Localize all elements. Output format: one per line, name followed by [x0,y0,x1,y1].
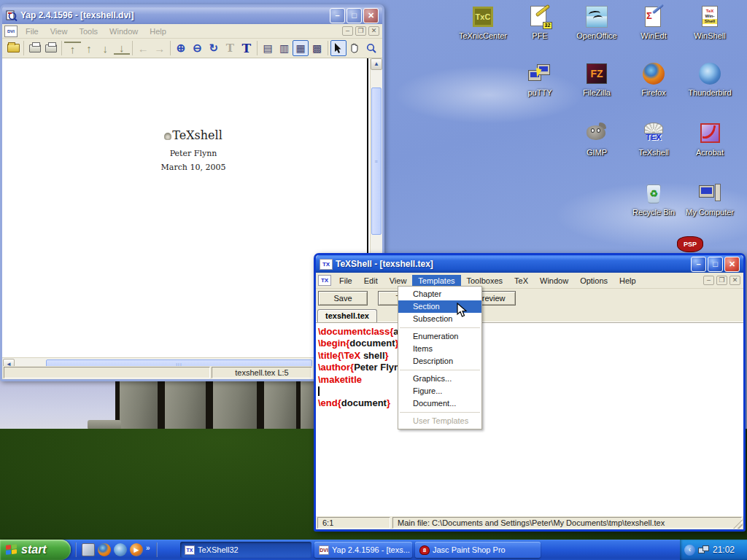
continuous-view-button[interactable]: ▦ [293,40,309,56]
print-button[interactable] [26,40,42,56]
next-page-button[interactable]: ↓ [97,40,113,56]
select-tool-button[interactable] [330,40,347,56]
menu-window[interactable]: Window [534,275,574,287]
yap-menu-help[interactable]: Help [144,26,172,37]
taskbar-button-yap[interactable]: DVI Yap 2.4.1596 - [texs... [314,542,412,558]
yap-child-close-button[interactable]: ✕ [368,26,379,36]
child-minimize-button[interactable]: – [703,276,714,285]
pfe-badge: 32 [543,22,552,29]
desktop-icon-acrobat[interactable]: Acrobat [682,122,738,157]
ruler-tool-button[interactable]: T [222,40,238,56]
zoom-out-button[interactable]: ⊖ [189,40,205,56]
menu-item-figure[interactable]: Figure... [398,385,481,397]
play-icon: ▶ [134,546,139,553]
yap-child-restore-button[interactable]: ❐ [355,26,366,36]
back-button[interactable]: ← [135,40,151,56]
mediaplayer-quicklaunch-icon[interactable]: ▶ [130,543,143,556]
menu-item-description[interactable]: Description [398,355,481,368]
desktop-icon-filezilla[interactable]: FZ FileZilla [569,63,624,97]
menu-item-section[interactable]: Section [398,300,481,313]
start-button[interactable]: start [0,540,71,560]
yap-child-minimize-button[interactable]: – [342,26,353,36]
desktop-icon-thunderbird[interactable]: Thunderbird [682,63,738,97]
menu-item-enumeration[interactable]: Enumeration [398,330,481,343]
menu-templates[interactable]: Templates [412,275,460,287]
show-desktop-quicklaunch-icon[interactable] [82,543,95,556]
yap-menu-view[interactable]: View [44,26,74,37]
child-restore-button[interactable]: ❐ [716,276,727,285]
editor-area[interactable]: \documentclass{article} \begin{document}… [316,322,743,516]
yap-close-button[interactable]: ✕ [363,8,379,23]
desktop-icon-winshell[interactable]: TeXWin-Shell WinShell [682,6,738,40]
zoom-out-icon: ⊖ [193,42,202,55]
continuous-view-icon: ▦ [295,42,305,54]
facing-pages-view-button[interactable]: ▥ [276,40,292,56]
dvi-doc-author: Peter Flynn [2,149,382,158]
scroll-up-icon: ▲ [374,61,379,67]
forward-button[interactable]: → [151,40,167,56]
refresh-button[interactable]: ↻ [206,40,222,56]
continuous-facing-view-button[interactable]: ▩ [309,40,325,56]
desktop-icon-pfe[interactable]: 32 PFE [512,6,568,40]
network-tray-icon[interactable] [698,545,710,555]
text-tool-button[interactable]: T [239,40,255,56]
menu-tex[interactable]: TeX [508,275,534,287]
menu-item-chapter[interactable]: Chapter [398,288,481,300]
menu-view[interactable]: View [384,275,413,287]
print-setup-button[interactable] [43,40,59,56]
scroll-up-button[interactable]: ▲ [371,58,382,70]
yap-titlebar[interactable]: Yap 2.4.1596 - [texshell.dvi] – □ ✕ [2,7,382,24]
desktop-icon-winedt[interactable]: Σ WinEdt [626,6,681,40]
desktop-icon-paintshoppro[interactable]: PSP [677,236,703,252]
menu-edit[interactable]: Edit [358,275,384,287]
desktop-icon-my-computer[interactable]: My Computer [682,182,738,217]
editor-line: \title{\TeX shell} [318,350,743,362]
desktop-icon-texniccenter[interactable]: TxC TeXnicCenter [455,6,511,40]
save-button[interactable]: Save [318,291,368,306]
thunderbird-quicklaunch-icon[interactable] [114,543,127,556]
menu-item-items[interactable]: Items [398,343,481,355]
yap-minimize-button[interactable]: – [330,8,345,23]
hand-tool-button[interactable] [347,40,363,56]
tab-texshell-tex[interactable]: texshell.tex [317,309,377,322]
continuous-facing-icon: ▩ [312,42,322,54]
zoom-in-button[interactable]: ⊕ [173,40,189,56]
quicklaunch-overflow-chevron[interactable]: » [146,544,150,552]
main-file-status: Main file: C:\Documents and Settings\Pet… [392,517,742,529]
vertical-scroll-thumb[interactable]: ≡ [371,88,382,235]
desktop-icon-putty[interactable]: puTTY [512,63,568,97]
desktop-icon-gimp[interactable]: GIMP [569,122,624,157]
yap-maximize-button[interactable]: □ [347,8,362,23]
magnifier-tool-button[interactable] [363,40,379,56]
yap-menu-window[interactable]: Window [104,26,144,37]
menu-help[interactable]: Help [614,275,642,287]
desktop-icon-recycle-bin[interactable]: ♻ Recycle Bin [626,182,681,217]
menu-item-subsection[interactable]: Subsection [398,313,481,325]
menu-item-document[interactable]: Document... [398,397,481,410]
gimp-icon [584,122,609,146]
texshell-maximize-button[interactable]: □ [708,257,723,272]
yap-menubar: DVI File View Tools Window Help – ❐ ✕ [2,24,382,39]
desktop-icon-openoffice[interactable]: OpenOffice [569,6,624,40]
yap-menu-file[interactable]: File [20,26,44,37]
texshell-minimize-button[interactable]: – [691,257,706,272]
tray-collapse-chevron[interactable]: ‹ [684,545,695,556]
last-page-button[interactable]: ↓ [114,42,130,55]
menu-item-graphics[interactable]: Graphics... [398,373,481,385]
open-file-button[interactable] [5,40,21,56]
menu-toolboxes[interactable]: Toolboxes [461,275,509,287]
single-page-view-button[interactable]: ▤ [260,40,276,56]
previous-page-button[interactable]: ↑ [81,40,97,56]
desktop-icon-texshell[interactable]: TEX TeXshell [626,122,681,157]
texshell-close-button[interactable]: ✕ [724,257,740,272]
yap-menu-tools[interactable]: Tools [73,26,104,37]
texshell-titlebar[interactable]: TX TeXShell - [texshell.tex] – □ ✕ [316,255,743,273]
first-page-button[interactable]: ↑ [64,42,80,55]
menu-file[interactable]: File [333,275,358,287]
taskbar-button-paintshoppro[interactable]: 8 Jasc Paint Shop Pro [415,542,541,558]
desktop-icon-firefox[interactable]: Firefox [626,63,681,97]
menu-options[interactable]: Options [574,275,614,287]
taskbar-button-texshell[interactable]: TX TeXShell32 [180,542,311,558]
firefox-quicklaunch-icon[interactable] [98,543,111,556]
child-close-button[interactable]: ✕ [729,276,740,285]
